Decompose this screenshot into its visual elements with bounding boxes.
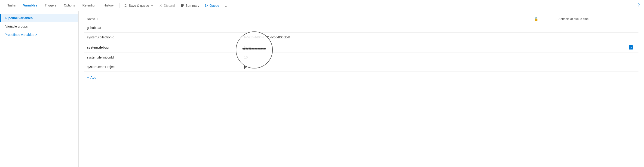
lock-column-header: 🔒 — [531, 15, 556, 23]
discard-icon — [159, 4, 162, 8]
body-layout: Pipeline variables Variable groups Prede… — [0, 11, 644, 167]
variable-settable-cell — [556, 42, 638, 53]
tab-triggers[interactable]: Triggers — [41, 0, 60, 11]
variable-lock-cell — [531, 53, 556, 62]
table-row: github.pat — [84, 23, 638, 32]
main-content: ******** Name ↑ 🔒 Settable at queue time — [78, 11, 644, 167]
tab-tasks[interactable]: Tasks — [4, 0, 20, 11]
table-row: system.definitionId 10 — [84, 53, 638, 62]
tab-options[interactable]: Options — [60, 0, 78, 11]
summary-button[interactable]: Summary — [178, 2, 202, 9]
more-button[interactable]: ... — [222, 2, 231, 9]
summary-label: Summary — [186, 4, 199, 8]
settable-column-header: Settable at queue time — [556, 15, 638, 23]
save-queue-label: Save & queue — [129, 4, 149, 8]
pipeline-variables-label: Pipeline variables — [5, 16, 32, 20]
add-variable-button[interactable]: + Add — [84, 74, 99, 82]
summary-icon — [180, 4, 184, 8]
table-row: system.debug false · — [84, 42, 638, 53]
queue-play-icon — [205, 4, 208, 7]
variable-value: 10 — [244, 56, 248, 59]
variable-name-cell: system.collectionId — [84, 32, 241, 42]
variable-lock-cell — [531, 62, 556, 72]
variable-value-cell — [241, 23, 531, 32]
discard-button[interactable]: Discard — [156, 2, 177, 9]
variable-value: false — [244, 46, 251, 49]
variable-lock-cell — [531, 23, 556, 32]
variables-table: Name ↑ 🔒 Settable at queue time g — [84, 15, 638, 72]
chevron-down-icon — [150, 4, 153, 7]
tab-variables[interactable]: Variables — [20, 0, 41, 11]
variable-settable-cell — [556, 53, 638, 62]
queue-label: Queue — [210, 4, 219, 8]
variable-name: github.pat — [87, 26, 101, 30]
add-label: Add — [90, 76, 96, 79]
nav-divider — [119, 3, 120, 8]
sidebar-item-predefined-variables[interactable]: Predefined variables ↗ — [0, 30, 78, 39]
variable-value-cell: b-523f-4d9d-ab91-bfdd4f0b0b4f — [241, 32, 531, 42]
extra-dot: · — [256, 45, 256, 50]
sidebar-item-pipeline-variables[interactable]: Pipeline variables — [0, 14, 78, 22]
settable-checkbox[interactable] — [629, 45, 633, 50]
variable-name: system.debug — [87, 46, 109, 49]
variable-lock-cell — [531, 42, 556, 53]
variable-settable-cell — [556, 23, 638, 32]
nav-actions: Save & queue Discard Summary Queue — [121, 2, 636, 9]
queue-button[interactable]: Queue — [202, 2, 222, 9]
variable-name: system.collectionId — [87, 36, 114, 39]
variable-settable-cell — [556, 32, 638, 42]
svg-rect-5 — [181, 6, 182, 7]
sidebar: Pipeline variables Variable groups Prede… — [0, 11, 78, 167]
predefined-variables-label: Predefined variables — [4, 33, 34, 36]
save-queue-button[interactable]: Save & queue — [121, 2, 156, 9]
variable-groups-label: Variable groups — [5, 24, 28, 28]
discard-label: Discard — [164, 4, 175, 8]
variable-value-cell: piral — [241, 62, 531, 72]
table-row: system.collectionId b-523f-4d9d-ab91-bfd… — [84, 32, 638, 42]
svg-rect-2 — [124, 6, 126, 7]
expand-icon[interactable] — [636, 2, 640, 8]
save-icon — [124, 4, 127, 8]
sidebar-item-variable-groups[interactable]: Variable groups — [0, 22, 78, 30]
value-column-header — [241, 15, 531, 23]
variable-name-cell: system.debug — [84, 42, 241, 53]
variable-value-cell: false · — [241, 42, 531, 53]
svg-rect-1 — [125, 4, 126, 5]
settable-header-label: Settable at queue time — [558, 17, 588, 20]
variable-name-cell: system.definitionId — [84, 53, 241, 62]
name-column-header[interactable]: Name ↑ — [84, 15, 241, 23]
top-nav: Tasks Variables Triggers Options Retenti… — [0, 0, 644, 11]
variable-value-cell: 10 — [241, 53, 531, 62]
sort-ascending-icon: ↑ — [96, 18, 98, 20]
tab-history[interactable]: History — [100, 0, 118, 11]
table-row: system.teamProject piral — [84, 62, 638, 72]
svg-rect-3 — [181, 4, 184, 5]
name-header-label: Name — [87, 17, 95, 20]
svg-rect-4 — [181, 5, 184, 6]
variable-value: b-523f-4d9d-ab91-bfdd4f0b0b4f — [244, 36, 290, 39]
variable-value: piral — [244, 65, 250, 69]
add-plus-icon: + — [87, 76, 89, 80]
variable-name: system.teamProject — [87, 65, 115, 69]
variable-name: system.definitionId — [87, 56, 114, 59]
external-link-icon: ↗ — [35, 33, 37, 36]
tab-retention[interactable]: Retention — [78, 0, 100, 11]
lock-header-icon: 🔒 — [534, 17, 538, 21]
variable-name-cell: github.pat — [84, 23, 241, 32]
more-dots-icon: ... — [225, 3, 229, 8]
variable-settable-cell — [556, 62, 638, 72]
variable-lock-cell — [531, 32, 556, 42]
variable-name-cell: system.teamProject — [84, 62, 241, 72]
